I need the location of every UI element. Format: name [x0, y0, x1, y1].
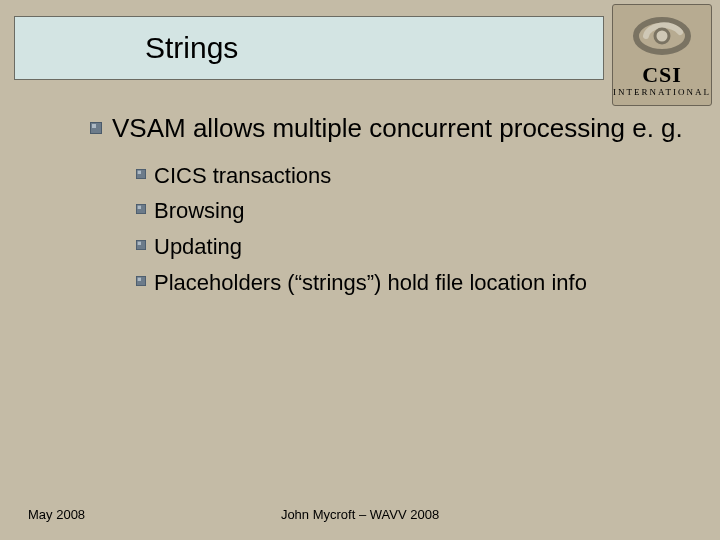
bullet-icon [136, 240, 146, 250]
bullet-text: Browsing [154, 196, 244, 226]
bullet-level1: VSAM allows multiple concurrent processi… [90, 112, 700, 145]
bullet-level2: Browsing [136, 196, 700, 226]
title-bar: Strings [14, 16, 604, 80]
bullet-icon [136, 276, 146, 286]
bullet-text: CICS transactions [154, 161, 331, 191]
slide-title: Strings [145, 31, 238, 65]
svg-rect-7 [138, 170, 141, 173]
logo-swirl-icon [632, 14, 692, 58]
svg-point-1 [655, 29, 669, 43]
footer-author: John Mycroft – WAVV 2008 [0, 507, 720, 522]
bullet-level2: Updating [136, 232, 700, 262]
svg-rect-10 [138, 206, 141, 209]
logo-text-line2: INTERNATIONAL [613, 87, 711, 97]
slide: Strings CSI INTERNATIONAL VSAM allows mu… [0, 0, 720, 540]
logo: CSI INTERNATIONAL [612, 4, 712, 106]
logo-text-line1: CSI [642, 64, 682, 86]
bullet-text: Updating [154, 232, 242, 262]
slide-body: VSAM allows multiple concurrent processi… [90, 112, 700, 303]
svg-rect-16 [138, 277, 141, 280]
bullet-level2: Placeholders (“strings”) hold file locat… [136, 268, 700, 298]
svg-rect-13 [138, 242, 141, 245]
svg-rect-4 [92, 124, 96, 128]
bullet-icon [90, 122, 102, 134]
bullet-icon [136, 204, 146, 214]
bullet-level2: CICS transactions [136, 161, 700, 191]
bullet-text: Placeholders (“strings”) hold file locat… [154, 268, 587, 298]
bullet-text: VSAM allows multiple concurrent processi… [112, 112, 683, 145]
bullet-icon [136, 169, 146, 179]
